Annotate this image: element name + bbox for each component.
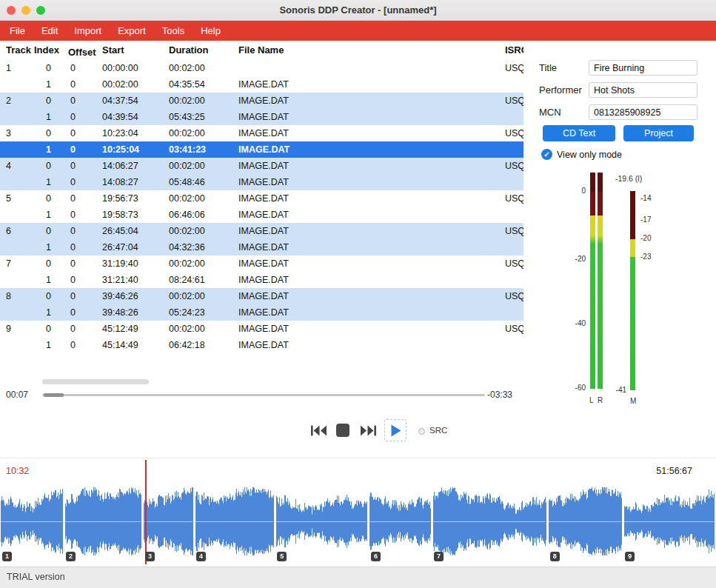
- cell-start: 19:56:73: [102, 190, 138, 207]
- table-row[interactable]: 1039:48:2605:24:23IMAGE.DAT: [0, 304, 523, 321]
- cell-track: 1: [6, 60, 11, 76]
- playhead-cursor[interactable]: [145, 460, 147, 564]
- cell-index: 0: [46, 223, 51, 239]
- level-meter-right: [598, 173, 603, 389]
- stop-button[interactable]: [336, 424, 349, 437]
- table-row[interactable]: 90045:12:4900:02:00IMAGE.DATUSQ: [0, 321, 523, 337]
- cell-start: 19:58:73: [102, 207, 138, 223]
- cell-index: 0: [46, 190, 51, 207]
- cell-start: 45:12:49: [102, 321, 138, 337]
- cell-index: 1: [46, 337, 51, 353]
- table-row[interactable]: 1010:25:0403:41:23IMAGE.DAT: [0, 141, 523, 158]
- table-row[interactable]: 1014:08:2705:48:46IMAGE.DAT: [0, 174, 523, 190]
- cell-file: IMAGE.DAT: [238, 190, 289, 207]
- track-marker-3[interactable]: 3: [145, 552, 155, 561]
- lr-meter-scale-label: -60: [563, 384, 586, 392]
- table-row[interactable]: 1004:39:5405:43:25IMAGE.DAT: [0, 109, 523, 125]
- menu-item-tools[interactable]: Tools: [154, 21, 193, 41]
- cd-text-button[interactable]: CD Text: [543, 125, 615, 141]
- menu-item-help[interactable]: Help: [193, 21, 229, 41]
- table-row[interactable]: 80039:46:2600:02:00IMAGE.DATUSQ: [0, 288, 523, 304]
- cell-start: 45:14:49: [102, 337, 138, 353]
- column-header-index[interactable]: Index: [34, 44, 59, 56]
- track-marker-2[interactable]: 2: [66, 552, 76, 561]
- menu-item-file[interactable]: File: [1, 21, 33, 41]
- play-button[interactable]: [384, 419, 406, 441]
- cell-start: 39:48:26: [102, 304, 138, 321]
- table-row[interactable]: 1000:02:0004:35:54IMAGE.DAT: [0, 76, 523, 93]
- waveform-display[interactable]: [0, 485, 716, 559]
- track-marker-6[interactable]: 6: [371, 552, 381, 561]
- table-row[interactable]: 10000:00:0000:02:00USQ: [0, 60, 523, 76]
- column-header-track[interactable]: Track: [6, 44, 31, 56]
- track-marker-9[interactable]: 9: [625, 552, 635, 561]
- cell-duration: 00:02:00: [169, 321, 205, 337]
- menu-item-import[interactable]: Import: [66, 21, 110, 41]
- table-row[interactable]: 60026:45:0400:02:00IMAGE.DATUSQ: [0, 223, 523, 239]
- table-horizontal-scrollbar[interactable]: [42, 379, 149, 384]
- project-button[interactable]: Project: [623, 125, 694, 141]
- table-row[interactable]: 1045:14:4906:42:18IMAGE.DAT: [0, 337, 523, 353]
- previous-track-button[interactable]: [310, 424, 327, 437]
- total-length-label: 51:56:67: [656, 466, 692, 476]
- table-row[interactable]: 30010:23:0400:02:00IMAGE.DATUSQ: [0, 125, 523, 141]
- cell-offset: 0: [70, 93, 76, 109]
- cell-file: IMAGE.DAT: [238, 93, 289, 109]
- cell-start: 26:47:04: [102, 239, 138, 255]
- title-field[interactable]: [589, 60, 697, 76]
- remaining-time-label: -03:33: [487, 390, 512, 400]
- track-marker-5[interactable]: 5: [277, 552, 287, 561]
- m-meter-scale-label: -14: [640, 194, 651, 202]
- cell-isrc: USQ: [505, 190, 523, 207]
- cell-offset: 0: [70, 255, 76, 272]
- cell-file: IMAGE.DAT: [238, 207, 289, 223]
- table-row[interactable]: 50019:56:7300:02:00IMAGE.DATUSQ: [0, 190, 523, 207]
- table-row[interactable]: 20004:37:5400:02:00IMAGE.DATUSQ: [0, 93, 523, 109]
- src-radio[interactable]: [418, 428, 425, 435]
- menu-item-edit[interactable]: Edit: [33, 21, 66, 41]
- waveform-panel: 10:32 51:56:67 123456789: [0, 458, 716, 567]
- mcn-field-label: MCN: [539, 104, 561, 120]
- cell-track: 3: [6, 125, 11, 141]
- cell-file: IMAGE.DAT: [238, 239, 289, 255]
- column-header-file-name[interactable]: File Name: [238, 44, 284, 56]
- table-row[interactable]: 1026:47:0404:32:36IMAGE.DAT: [0, 239, 523, 255]
- cell-duration: 05:48:46: [169, 174, 205, 190]
- performer-field[interactable]: [589, 82, 697, 98]
- cell-offset: 0: [70, 141, 76, 158]
- column-header-duration[interactable]: Duration: [169, 44, 208, 56]
- m-meter-scale-label: -20: [640, 234, 651, 242]
- skip-forward-icon: [360, 424, 377, 437]
- table-row[interactable]: 1031:21:4008:24:61IMAGE.DAT: [0, 272, 523, 288]
- cell-track: 4: [6, 158, 11, 174]
- cell-file: IMAGE.DAT: [238, 109, 289, 125]
- track-marker-7[interactable]: 7: [434, 552, 444, 561]
- table-row[interactable]: 1019:58:7306:46:06IMAGE.DAT: [0, 207, 523, 223]
- menu-item-export[interactable]: Export: [110, 21, 154, 41]
- track-marker-1[interactable]: 1: [2, 552, 12, 561]
- menu-bar: FileEditImportExportToolsHelp: [0, 21, 716, 41]
- cell-offset: 0: [70, 223, 76, 239]
- table-row[interactable]: 40014:06:2700:02:00IMAGE.DATUSQ: [0, 158, 523, 174]
- track-marker-4[interactable]: 4: [196, 552, 206, 561]
- column-header-isrc[interactable]: ISRC: [505, 44, 523, 56]
- seek-slider-thumb[interactable]: [44, 393, 64, 397]
- status-bar: TRIAL version: [0, 567, 716, 588]
- view-only-mode-checkbox-icon[interactable]: [541, 149, 552, 160]
- next-track-button[interactable]: [360, 424, 377, 437]
- column-header-offset[interactable]: Offset: [68, 47, 96, 58]
- cell-offset: 0: [70, 190, 76, 207]
- cell-duration: 00:02:00: [169, 255, 205, 272]
- cell-duration: 06:46:06: [169, 207, 205, 223]
- mcn-field[interactable]: [589, 104, 697, 120]
- lr-meter-scale-label: 0: [563, 187, 586, 195]
- cell-start: 10:23:04: [102, 125, 138, 141]
- cell-offset: 0: [70, 207, 76, 223]
- cell-track: 2: [6, 93, 11, 109]
- track-marker-8[interactable]: 8: [550, 552, 560, 561]
- column-header-start[interactable]: Start: [102, 44, 124, 56]
- cell-index: 0: [46, 288, 51, 304]
- table-row[interactable]: 70031:19:4000:02:00IMAGE.DATUSQ: [0, 255, 523, 272]
- app-window: Sonoris DDP Creator - [unnamed*] FileEdi…: [0, 0, 716, 588]
- seek-slider[interactable]: [42, 394, 485, 396]
